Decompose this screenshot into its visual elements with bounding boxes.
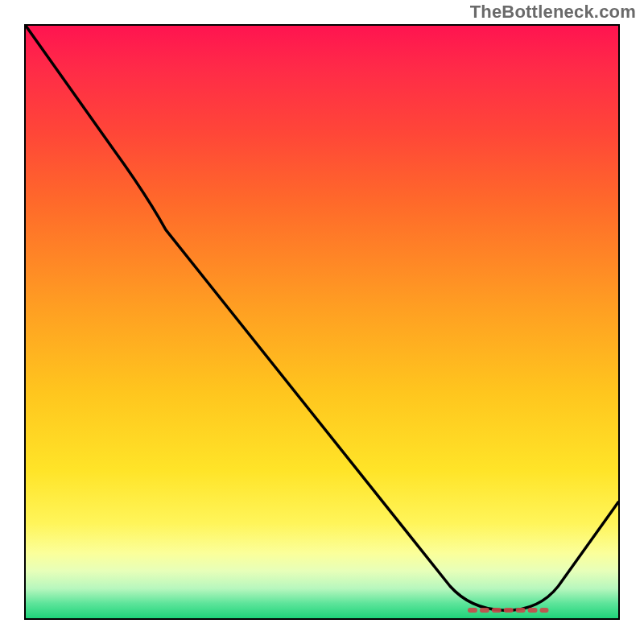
- bottleneck-curve: [26, 26, 618, 610]
- chart-overlay: [26, 26, 618, 618]
- attribution-text: TheBottleneck.com: [470, 2, 636, 23]
- bottleneck-chart: [24, 24, 620, 620]
